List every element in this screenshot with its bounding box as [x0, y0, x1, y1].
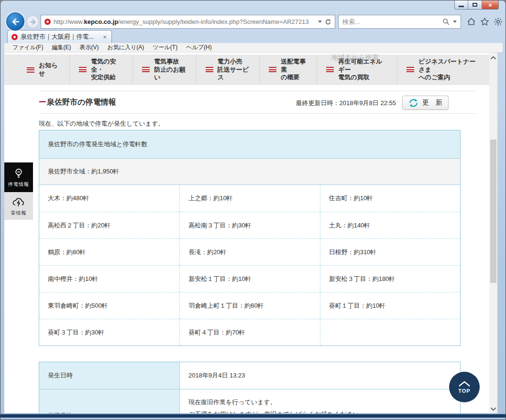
url-dropdown-icon[interactable] — [318, 21, 322, 23]
favorites-star-icon[interactable] — [480, 17, 490, 27]
browser-tab[interactable]: 泉佐野市｜大阪府｜停電... × — [7, 30, 112, 43]
detail-label: 発生日時 — [39, 362, 180, 389]
url-text: http://www.kepco.co.jp/energy_supply/sup… — [54, 18, 315, 25]
vertical-scrollbar[interactable] — [489, 53, 497, 414]
nav-item-business-partner[interactable]: ビジネスパートナーさま へのご案内 — [397, 56, 489, 84]
outage-cell: 日根野：約310軒 — [320, 238, 460, 265]
outage-cell: 東羽倉崎町：約500軒 — [39, 292, 179, 319]
chevron-up-icon — [458, 381, 471, 387]
outage-cell: 大木：約480軒 — [39, 185, 179, 212]
site-navigation: 地域名から検索 お知らせ 電気の安全・ 安定供給 電気事故 防止のお願い 電力小… — [4, 54, 489, 85]
menu-file[interactable]: ファイル(F) — [8, 43, 47, 52]
outage-table-header: 泉佐野市の停電発生地域と停電軒数 — [39, 130, 460, 159]
outage-cell: 鶴原：約80軒 — [39, 238, 179, 265]
nav-item-transmission-overview[interactable]: 送配電事業 の概要 — [259, 56, 317, 84]
window-bottom-frame — [0, 413, 506, 420]
outage-cell: 葵町１丁目：約10軒 — [320, 292, 460, 319]
search-box[interactable]: 検索... — [338, 15, 461, 29]
ghost-search-text: 地域名から検索 — [331, 54, 379, 62]
outage-table: 泉佐野市の停電発生地域と停電軒数 泉佐野市全域：約1,950軒 大木：約480軒… — [39, 130, 461, 346]
back-arrow-icon — [11, 17, 21, 27]
outage-grid: 大木：約480軒 上之郷：約10軒 住吉町：約10軒 高松西２丁目：約20軒 高… — [39, 185, 460, 345]
lightning-button-label: 雷情報 — [11, 210, 27, 216]
menu-edit[interactable]: 編集(E) — [47, 43, 75, 52]
nav-item-safety-supply[interactable]: 電気の安全・ 安定供給 — [69, 56, 132, 84]
maximize-button[interactable] — [468, 0, 482, 10]
update-button-label: 更 新 — [422, 98, 442, 107]
search-icon[interactable] — [442, 18, 450, 25]
detail-table: 発生日時 2018年9月4日 13:23 復旧見込み 現在復旧作業を行っています… — [39, 362, 461, 414]
nav-item-retail-service[interactable]: 電力小売 託送サービス — [196, 56, 260, 84]
top-button-label: TOP — [458, 388, 470, 394]
tab-close-icon[interactable]: × — [102, 34, 108, 40]
page-viewport: 地域名から検索 お知らせ 電気の安全・ 安定供給 電気事故 防止のお願い 電力小… — [4, 53, 497, 414]
site-favicon — [44, 19, 51, 25]
side-buttons: 停電情報 雷情報 — [4, 162, 33, 220]
nav-item-accident-prevention[interactable]: 電気事故 防止のお願い — [132, 56, 196, 84]
outage-cell: 高松西２丁目：約20軒 — [39, 212, 179, 238]
browser-window: × http://www.kepco.co.jp/energy_supply/s… — [0, 0, 506, 420]
close-button[interactable]: × — [482, 0, 499, 10]
menu-view[interactable]: 表示(V) — [75, 43, 103, 52]
outage-button-label: 停電情報 — [8, 181, 29, 188]
tab-favicon — [11, 34, 18, 40]
home-icon[interactable] — [466, 17, 476, 27]
outage-cell: 土丸：約140軒 — [320, 212, 460, 238]
outage-cell: 新安松１丁目：約10軒 — [179, 265, 319, 292]
outage-cell: 南中樫井：約10軒 — [39, 265, 179, 292]
minimize-button[interactable] — [454, 0, 468, 10]
table-row: 発生日時 2018年9月4日 13:23 — [39, 362, 460, 389]
detail-value: 2018年9月4日 13:23 — [180, 362, 460, 389]
address-bar[interactable]: http://www.kepco.co.jp/energy_supply/sup… — [41, 15, 335, 29]
forward-button[interactable] — [26, 15, 39, 28]
outage-cell: 羽倉崎上町１丁目：約60軒 — [179, 292, 319, 319]
hamburger-icon — [326, 67, 334, 72]
hamburger-icon — [27, 67, 34, 73]
menu-help[interactable]: ヘルプ(H) — [182, 43, 216, 52]
menu-bar: ファイル(F) 編集(E) 表示(V) お気に入り(A) ツール(T) ヘルプ(… — [4, 43, 503, 53]
detail-label: 復旧見込み — [39, 389, 180, 414]
window-controls: × — [454, 0, 499, 10]
table-row: 復旧見込み 現在復旧作業を行っています。 ご不便をお掛けしますが、復旧までしばら… — [39, 389, 460, 414]
hamburger-icon — [142, 67, 150, 72]
outage-cell: 長滝：約20軒 — [179, 238, 319, 265]
outage-cell — [320, 319, 460, 345]
outage-cell: 葵町３丁目：約30軒 — [39, 319, 179, 345]
hamburger-icon — [79, 67, 87, 72]
hamburger-icon — [269, 67, 276, 72]
scrollbar-thumb[interactable] — [490, 140, 496, 283]
outage-total-row: 泉佐野市全域：約1,950軒 — [39, 159, 460, 185]
back-button[interactable] — [6, 12, 24, 31]
tab-title: 泉佐野市｜大阪府｜停電... — [21, 32, 99, 41]
close-icon: × — [488, 2, 492, 8]
outage-cell: 上之郷：約10軒 — [179, 185, 319, 212]
outage-cell: 高松南３丁目：約30軒 — [179, 212, 319, 238]
settings-gear-icon[interactable] — [493, 17, 503, 27]
lightning-info-button[interactable]: 雷情報 — [4, 192, 33, 220]
scroll-up-icon[interactable] — [490, 55, 496, 60]
last-updated-text: 最終更新日時：2018年9月8日 22:55 — [296, 99, 396, 108]
intro-text: 現在、以下の地域で停電が発生しています。 — [39, 119, 164, 128]
minimize-icon — [459, 6, 464, 7]
outage-cell: 葵町４丁目：約70軒 — [179, 319, 319, 345]
menu-favorites[interactable]: お気に入り(A) — [103, 43, 148, 52]
refresh-icon — [408, 98, 418, 108]
page-refresh-icon[interactable] — [325, 19, 331, 25]
title-dash-icon: ー — [39, 98, 46, 106]
menu-tools[interactable]: ツール(T) — [148, 43, 182, 52]
scroll-down-icon[interactable] — [490, 407, 496, 411]
search-dropdown-icon[interactable] — [453, 21, 457, 23]
scroll-to-top-button[interactable]: TOP — [449, 372, 480, 402]
detail-value: 現在復旧作業を行っています。 ご不便をお掛けしますが、復旧までしばらくお待ちくだ… — [180, 389, 460, 414]
search-placeholder: 検索... — [342, 18, 439, 26]
main-content: ー泉佐野市の停電情報 最終更新日時：2018年9月8日 22:55 更 新 現在… — [39, 91, 476, 414]
outage-cell: 新安松３丁目：約180軒 — [320, 265, 460, 292]
outage-cell: 住吉町：約10軒 — [320, 185, 460, 212]
update-button[interactable]: 更 新 — [402, 96, 449, 110]
nav-item-news[interactable]: お知らせ — [18, 60, 69, 80]
hamburger-icon — [206, 67, 213, 72]
outage-info-button[interactable]: 停電情報 — [4, 162, 33, 192]
lightbulb-icon — [12, 167, 25, 180]
storm-cloud-icon — [11, 196, 26, 208]
hamburger-icon — [407, 67, 414, 72]
